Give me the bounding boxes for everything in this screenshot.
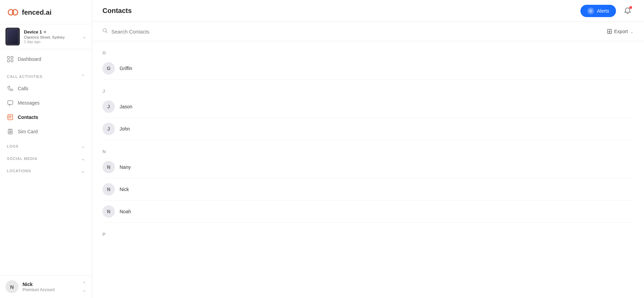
contact-avatar: G [102, 62, 115, 74]
letter-header: P [102, 230, 634, 239]
nav-main: Dashboard [0, 49, 92, 69]
locations-label: LOCATIONS [7, 169, 31, 173]
simcard-icon [7, 128, 14, 135]
user-profile[interactable]: N Nick Premium Account ⌃ ⌄ [0, 275, 92, 298]
dashboard-label: Dashboard [18, 56, 41, 62]
contact-group-n: NNNanyNNickNNoah [102, 147, 634, 223]
svg-text:!: ! [590, 10, 591, 13]
sidebar: fenced.ai Device 1 Clarence Street, Sydn… [0, 0, 92, 298]
svg-rect-5 [11, 60, 13, 62]
letter-header: G [102, 48, 634, 57]
contact-row[interactable]: JJohn [102, 118, 634, 140]
contacts-label: Contacts [18, 114, 38, 120]
contact-name: Griffin [120, 66, 132, 71]
locations-section: LOCATIONS ⌄ [0, 163, 92, 176]
alerts-icon: ! [587, 8, 594, 14]
contact-name: Noah [120, 209, 131, 214]
contact-group-p: P [102, 230, 634, 239]
export-button[interactable]: Export ⌄ [607, 29, 634, 34]
social-media-toggle[interactable]: ⌄ [81, 156, 85, 161]
user-info: Nick Premium Account [23, 282, 78, 292]
call-activities-toggle[interactable]: ⌃ [81, 74, 85, 79]
device-thumbnail [5, 28, 20, 45]
notification-button[interactable] [621, 5, 634, 17]
simcard-label: Sim Card [18, 129, 38, 134]
logs-label: LOGS [7, 144, 18, 148]
call-activities-section: CALL ACTIVITIES ⌃ [0, 69, 92, 81]
call-activities-nav: Calls Messages C [0, 81, 92, 139]
sidebar-item-simcard[interactable]: Sim Card [0, 124, 92, 139]
device-location: Clarence Street, Sydney [24, 35, 78, 39]
user-avatar: N [5, 280, 18, 293]
social-media-section: SOCIAL MEDIA ⌄ [0, 151, 92, 163]
user-chevron-icon: ⌃ ⌄ [82, 281, 86, 293]
logo-text: fenced.ai [22, 9, 52, 16]
search-input[interactable] [111, 29, 214, 35]
device-selector[interactable]: Device 1 Clarence Street, Sydney 1 day a… [0, 24, 92, 49]
contacts-list: GGGriffinJJJasonJJohnNNNanyNNickNNoahP [92, 48, 644, 239]
sidebar-item-dashboard[interactable]: Dashboard [0, 52, 92, 66]
logs-toggle[interactable]: ⌄ [81, 144, 85, 149]
svg-rect-15 [11, 131, 11, 132]
user-plan: Premium Account [23, 287, 78, 292]
export-icon [607, 29, 612, 34]
contact-name: Nany [120, 164, 131, 170]
contact-avatar: J [102, 123, 115, 135]
messages-icon [7, 99, 14, 106]
logo-area: fenced.ai [0, 0, 92, 24]
calls-label: Calls [18, 86, 28, 91]
device-info: Device 1 Clarence Street, Sydney 1 day a… [24, 29, 78, 44]
search-icon [102, 28, 108, 35]
locations-toggle[interactable]: ⌄ [81, 168, 85, 174]
svg-point-1 [12, 10, 18, 15]
sidebar-item-messages[interactable]: Messages [0, 96, 92, 110]
svg-rect-4 [8, 60, 10, 62]
contact-avatar: J [102, 100, 115, 113]
contact-row[interactable]: NNoah [102, 201, 634, 223]
contact-name: John [120, 126, 130, 132]
dashboard-icon [7, 56, 14, 63]
device-time: 1 day ago [24, 40, 78, 44]
contact-row[interactable]: NNany [102, 156, 634, 178]
svg-rect-12 [8, 117, 9, 118]
contacts-icon [7, 114, 14, 121]
svg-rect-2 [8, 56, 10, 58]
device-chevron-icon: ⌄ [82, 34, 86, 39]
contact-group-j: JJJasonJJohn [102, 86, 634, 140]
contact-name: Nick [120, 187, 129, 192]
device-status-dot [44, 31, 46, 33]
export-chevron-icon: ⌄ [630, 29, 634, 34]
svg-rect-3 [11, 56, 13, 58]
topbar: Contacts ! Alerts [92, 0, 644, 22]
sidebar-item-calls[interactable]: Calls [0, 81, 92, 96]
logo-icon [7, 6, 19, 18]
contact-avatar: N [102, 161, 115, 173]
notification-badge [629, 6, 632, 9]
contact-row[interactable]: GGriffin [102, 57, 634, 80]
search-input-wrap [102, 28, 607, 35]
contact-avatar: N [102, 183, 115, 195]
messages-label: Messages [18, 100, 40, 106]
calls-icon [7, 85, 14, 92]
topbar-right: ! Alerts [580, 5, 634, 17]
main-content: Contacts ! Alerts [92, 0, 644, 298]
contacts-content: Export ⌄ GGGriffinJJJasonJJohnNNNanyNNic… [92, 22, 644, 298]
svg-rect-13 [8, 129, 12, 134]
alerts-button[interactable]: ! Alerts [580, 5, 616, 17]
contact-group-g: GGGriffin [102, 48, 634, 80]
alerts-label: Alerts [597, 8, 609, 14]
letter-header: N [102, 147, 634, 156]
svg-rect-17 [11, 132, 11, 133]
logs-section: LOGS ⌄ [0, 139, 92, 151]
search-bar: Export ⌄ [92, 22, 644, 41]
call-activities-label: CALL ACTIVITIES [7, 74, 42, 79]
social-media-label: SOCIAL MEDIA [7, 157, 37, 161]
svg-rect-11 [8, 116, 9, 117]
letter-header: J [102, 86, 634, 96]
svg-rect-6 [8, 101, 13, 105]
sidebar-item-contacts[interactable]: Contacts [0, 110, 92, 124]
contact-row[interactable]: JJason [102, 96, 634, 118]
contact-row[interactable]: NNick [102, 178, 634, 201]
export-label: Export [614, 29, 628, 34]
contact-name: Jason [120, 104, 132, 109]
